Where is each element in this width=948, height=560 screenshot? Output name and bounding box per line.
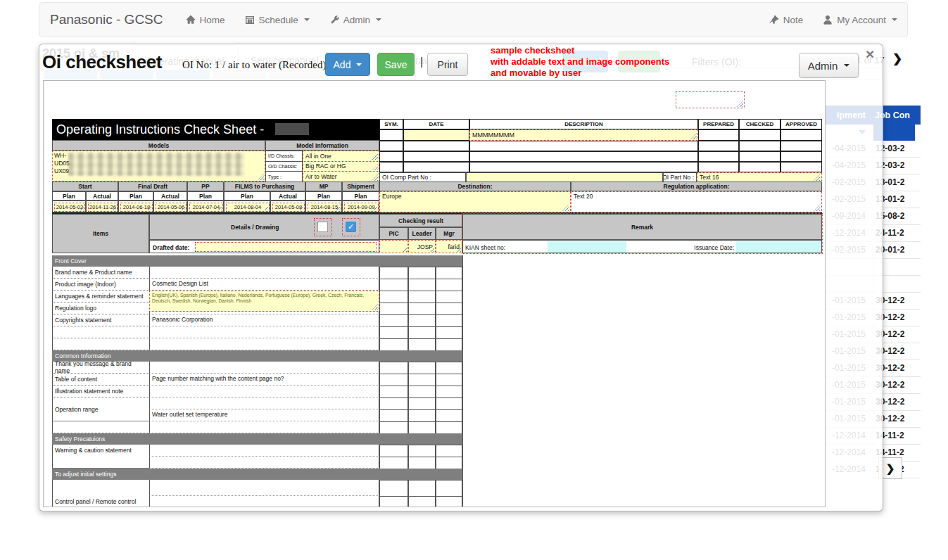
floating-text-component[interactable]	[676, 91, 745, 108]
checking-cell	[379, 421, 408, 434]
checking-value-pic[interactable]	[379, 240, 408, 253]
schedule-date-value[interactable]: 2014-06-18	[120, 203, 153, 212]
schedule-sub-header: Plan	[305, 191, 342, 201]
checking-cell	[379, 303, 408, 315]
drafted-date-value[interactable]	[195, 242, 377, 252]
model-info-value[interactable]: Big RAC or HG	[303, 161, 379, 172]
oi-comp-part-value[interactable]	[466, 172, 663, 182]
schedule-sub-header: Plan	[224, 191, 270, 201]
schedule-date-value[interactable]: 2014-05-08	[272, 203, 305, 212]
checking-cell	[408, 374, 436, 386]
schedule-date-cell: 2014-11-26	[86, 201, 118, 212]
checking-cell	[436, 496, 462, 507]
modal-subtitle: OI No: 1 / air to water (Recorded)	[182, 59, 327, 71]
resize-handle-icon[interactable]	[690, 133, 697, 139]
resize-handle-icon[interactable]	[372, 205, 377, 210]
resize-handle-icon[interactable]	[372, 164, 378, 170]
resize-handle-icon[interactable]	[258, 174, 264, 180]
add-button[interactable]: Add	[325, 53, 370, 76]
checking-cell	[408, 496, 436, 507]
resize-handle-icon[interactable]	[263, 205, 268, 210]
resize-handle-icon[interactable]	[298, 205, 303, 210]
item-detail-cell	[149, 362, 379, 374]
schedule-date-cell: 2014-05-02	[52, 201, 86, 212]
resize-handle-icon[interactable]	[111, 205, 116, 210]
languages-value[interactable]: English(UK), Spanish (Europe), Italiano,…	[149, 291, 379, 312]
details-drawing-header: Details / Drawing ✓	[149, 214, 379, 240]
checking-cell	[436, 445, 462, 457]
item-detail-cell	[149, 397, 379, 409]
doc-cell	[379, 162, 403, 172]
resize-handle-icon[interactable]	[180, 205, 185, 210]
schedule-sub-header: Plan	[342, 191, 379, 201]
separator: |	[420, 56, 423, 68]
model-info-value[interactable]: Air to Water	[303, 171, 379, 182]
schedule-date-value[interactable]: 2014-05-06	[156, 203, 187, 212]
regulation-header: Regulation application:	[571, 182, 822, 191]
item-label-cell: Regulation logo	[52, 303, 149, 314]
items-table-right-border	[462, 255, 463, 507]
description-value[interactable]: MMMMMMMM	[469, 129, 698, 141]
regulation-value[interactable]: Text 20	[571, 191, 822, 212]
resize-handle-icon[interactable]	[335, 205, 340, 210]
resize-handle-icon[interactable]	[217, 205, 222, 210]
schedule-date-value[interactable]: 2014-09-09	[344, 203, 379, 212]
resize-handle-icon[interactable]	[372, 304, 378, 310]
item-detail-cell: Water outlet set temperature	[149, 409, 379, 421]
print-button[interactable]: Print	[427, 53, 468, 76]
item-detail-cell	[149, 338, 379, 350]
item-label-cell	[52, 326, 149, 338]
resize-handle-icon[interactable]	[737, 101, 743, 107]
checking-cell	[436, 267, 462, 279]
schedule-date-value[interactable]: 2014-07-04	[189, 203, 223, 212]
doc-col-header: DESCRIPTION	[469, 119, 698, 129]
checking-value-mgr[interactable]: farid	[436, 240, 462, 253]
sheet-title-bar: Operating Instructions Check Sheet -	[52, 119, 379, 140]
doc-cell	[403, 162, 469, 172]
section-band: Front Cover	[52, 255, 462, 267]
resize-handle-icon[interactable]	[79, 205, 84, 210]
checking-cell	[436, 480, 462, 497]
admin-dropdown-button[interactable]: Admin	[799, 53, 859, 78]
checking-cell	[379, 291, 408, 303]
chevron-down-icon	[356, 63, 362, 66]
schedule-date-value[interactable]: 2014-08-04	[226, 203, 270, 212]
save-button[interactable]: Save	[377, 53, 415, 76]
doc-col-header: DATE	[403, 119, 469, 129]
oi-part-value[interactable]: Text 16	[697, 172, 822, 182]
checking-cell	[408, 326, 436, 339]
resize-handle-icon[interactable]	[402, 247, 407, 252]
item-detail-cell: Cosmetic Design List	[149, 279, 379, 291]
destination-value[interactable]: Europe	[379, 191, 571, 212]
item-label-cell: Thank you message & brand name	[52, 362, 149, 374]
resize-handle-icon[interactable]	[372, 174, 378, 181]
checking-cell	[408, 480, 436, 497]
schedule-sub-header: Actual	[153, 191, 187, 201]
checking-cell	[379, 496, 408, 507]
item-detail-cell	[149, 457, 379, 469]
item-label-cell: Control panel / Remote control	[52, 480, 149, 507]
schedule-sub-header: Plan	[52, 191, 86, 201]
checking-value-leader[interactable]: JOSP	[408, 240, 436, 253]
close-icon[interactable]: ×	[866, 46, 874, 63]
resize-handle-icon[interactable]	[372, 154, 378, 160]
checking-cell	[379, 279, 408, 291]
item-detail-cell	[149, 445, 379, 457]
resize-handle-icon[interactable]	[429, 247, 434, 252]
chevron-down-icon	[844, 64, 849, 67]
checking-cell	[379, 480, 408, 497]
schedule-date-cell: 2014-07-04	[187, 201, 224, 212]
model-info-value[interactable]: All in One	[303, 151, 379, 162]
checking-cell	[436, 374, 462, 386]
item-label-cell: Illustration statement note	[52, 386, 149, 397]
doc-cell	[739, 129, 780, 141]
schedule-date-value[interactable]: 2014-08-15	[308, 203, 341, 212]
next-page-icon[interactable]: ❯	[892, 51, 902, 66]
schedule-sub-header: Plan	[187, 191, 224, 201]
checking-col-header: Leader	[408, 227, 436, 240]
schedule-date-value[interactable]: 2014-11-26	[88, 203, 118, 212]
resize-handle-icon[interactable]	[456, 247, 461, 252]
models-value-cell[interactable]: WH- UD05 UX09	[52, 151, 265, 182]
schedule-date-value[interactable]: 2014-05-02	[54, 203, 85, 212]
resize-handle-icon[interactable]	[146, 205, 151, 210]
